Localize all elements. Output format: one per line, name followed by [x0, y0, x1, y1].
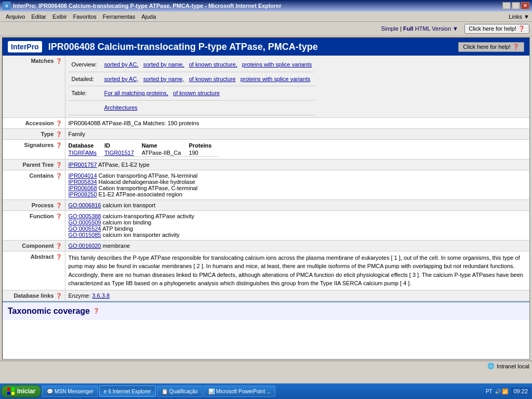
table-links: For all matching proteins, of known stru…	[101, 86, 315, 101]
architectures-link-cell: Architectures	[101, 101, 315, 115]
accession-help-icon[interactable]: ❓	[56, 121, 62, 126]
svg-rect-1	[11, 388, 15, 391]
taxonomic-title: Taxonomic coverage ❓	[8, 307, 524, 316]
abstract-content: This family describes the P-type ATPase …	[65, 251, 529, 290]
function-item-2: GO:0005524 ATP binding	[69, 225, 527, 232]
overview-known-structure[interactable]: of known structure,	[189, 61, 237, 68]
detailed-sorted-name[interactable]: sorted by name,	[143, 76, 184, 82]
overview-splice-variants[interactable]: proteins with splice variants	[242, 61, 312, 68]
ipr008250-link[interactable]: IPR008250	[69, 191, 97, 197]
go-0016020-link[interactable]: GO:0016020	[69, 243, 101, 249]
contains-content: IPR004014 Cation transporting ATPase, N-…	[65, 170, 529, 200]
html-view-link[interactable]: HTML	[415, 25, 431, 32]
table-known-structure[interactable]: of known structure	[173, 90, 220, 96]
overview-label: Overview:	[69, 58, 101, 72]
ipr004014-link[interactable]: IPR004014	[69, 172, 97, 179]
detailed-sorted-ac[interactable]: sorted by AC,	[104, 76, 138, 82]
menu-editar[interactable]: Editar	[28, 13, 49, 20]
signatures-data-row: TIGRFAMs TIGR01517 ATPase-IIB_Ca 190	[69, 149, 220, 157]
matches-help-icon[interactable]: ❓	[56, 58, 62, 64]
enzyme-link[interactable]: 3.6.3.8	[92, 292, 110, 299]
taskbar-ie-btn[interactable]: e 6 Internet Explorer	[99, 385, 156, 397]
overview-sorted-ac[interactable]: sorted by AC,	[104, 61, 138, 68]
menu-arquivo[interactable]: Arquivo	[3, 13, 28, 20]
database-links-row: Database links ❓ Enzyme: 3.6.3.8	[3, 290, 529, 301]
start-button[interactable]: Iniciar	[1, 385, 41, 397]
ipr005834-link[interactable]: IPR005834	[69, 179, 97, 185]
type-help-icon[interactable]: ❓	[56, 131, 62, 137]
go-0005524-link[interactable]: GO:0005524	[69, 225, 101, 232]
table-label: Table:	[69, 86, 101, 101]
taskbar-qual-btn[interactable]: 📋 Qualificação	[157, 385, 203, 397]
accession-row: Accession ❓ IPR006408B ATPase-IIB_Ca Mat…	[3, 117, 529, 128]
component-help-icon[interactable]: ❓	[56, 243, 62, 249]
full-view-link[interactable]: Full	[403, 25, 414, 32]
taxonomic-help-icon[interactable]: ❓	[93, 308, 99, 314]
menu-favoritos[interactable]: Favoritos	[70, 13, 100, 20]
globe-icon: 🌐	[487, 363, 495, 369]
signatures-content: Database ID Name Proteins TIGRFAMs TIGR0…	[65, 139, 529, 159]
signatures-row: Signatures ❓ Database ID Name Proteins T…	[3, 139, 529, 159]
database-links-header: Database links ❓	[3, 290, 65, 301]
system-clock: 09:22	[510, 387, 531, 395]
links-area: Links ▼	[509, 14, 529, 20]
help-icon: ❓	[518, 25, 525, 32]
taskbar-msn-btn[interactable]: 💬 MSN Messenger	[42, 385, 98, 397]
links-label: Links	[509, 14, 522, 20]
database-links-help-icon[interactable]: ❓	[56, 293, 62, 299]
menu-exibir[interactable]: Exibir	[49, 13, 70, 20]
process-help-icon[interactable]: ❓	[56, 203, 62, 208]
signatures-help-icon[interactable]: ❓	[56, 142, 62, 148]
function-item-1: GO:0005509 calcium ion binding	[69, 219, 527, 225]
go-0005388-link[interactable]: GO:0005388	[69, 213, 101, 219]
process-header: Process ❓	[3, 200, 65, 210]
signatures-table: Database ID Name Proteins TIGRFAMs TIGR0…	[69, 142, 220, 157]
accession-header: Accession ❓	[3, 117, 65, 128]
process-row: Process ❓ GO:0006816 calcium ion transpo…	[3, 200, 529, 210]
tigr01517-link[interactable]: TIGR01517	[104, 150, 134, 156]
window-controls[interactable]: _ □ ✕	[502, 2, 529, 9]
ipr006068-link[interactable]: IPR006068	[69, 185, 97, 191]
go-0005509-link[interactable]: GO:0005509	[69, 219, 101, 225]
detailed-known-structure[interactable]: of known structure	[189, 76, 236, 82]
database-links-content: Enzyme: 3.6.3.8	[65, 290, 529, 301]
process-content: GO:0006816 calcium ion transport	[65, 200, 529, 210]
links-dropdown-icon[interactable]: ▼	[524, 14, 529, 20]
svg-rect-0	[7, 388, 10, 391]
function-item-0: GO:0005388 calcium-transporting ATPase a…	[69, 213, 527, 219]
svg-rect-3	[11, 392, 15, 395]
architectures-link[interactable]: Architectures	[104, 104, 137, 111]
go-0006816-link[interactable]: GO:0006816	[69, 202, 101, 208]
simple-view-link[interactable]: Simple	[381, 25, 399, 32]
taskbar: Iniciar 💬 MSN Messenger e 6 Internet Exp…	[0, 383, 532, 399]
go-0015085-link[interactable]: GO:0015085	[69, 232, 101, 238]
menu-ferramentas[interactable]: Ferramentas	[100, 13, 138, 20]
type-value: Family	[65, 128, 529, 139]
version-link[interactable]: Version ▼	[432, 25, 458, 32]
overview-sorted-name[interactable]: sorted by name,	[143, 61, 184, 68]
parent-tree-link[interactable]: IPR001757	[69, 162, 97, 168]
type-header: Type ❓	[3, 128, 65, 139]
toolbar-view-options: Simple | Full HTML Version ▼ Click here …	[381, 24, 530, 34]
window-title: InterPro: IPR006408 Calcium-translocatin…	[13, 3, 282, 9]
help-button[interactable]: Click here for help! ❓	[464, 24, 529, 34]
function-help-icon[interactable]: ❓	[56, 214, 62, 219]
tigrfams-link[interactable]: TIGRFAMs	[69, 150, 97, 156]
type-row: Type ❓ Family	[3, 128, 529, 139]
taxonomic-coverage-section: Taxonomic coverage ❓	[3, 301, 529, 320]
detailed-splice-variants[interactable]: proteins with splice variants	[241, 76, 311, 82]
abstract-help-icon[interactable]: ❓	[56, 254, 62, 260]
restore-button[interactable]: □	[512, 2, 520, 9]
taskbar-ppt-btn[interactable]: 📊 Microsoft PowerPoint ...	[204, 385, 276, 397]
parent-tree-help-icon[interactable]: ❓	[56, 162, 62, 168]
close-button[interactable]: ✕	[521, 2, 529, 9]
contains-help-icon[interactable]: ❓	[56, 173, 62, 179]
col-id: ID	[104, 142, 142, 149]
matches-content: Overview: sorted by AC, sorted by name, …	[65, 56, 529, 117]
interpro-help-button[interactable]: Click here for help! ❓	[458, 42, 524, 52]
minimize-button[interactable]: _	[502, 2, 511, 9]
main-scroll-area[interactable]: Matches ❓ Overview: sorted by AC, sor	[3, 56, 529, 360]
app-icon: e	[3, 2, 11, 10]
menu-ajuda[interactable]: Ajuda	[138, 13, 159, 20]
table-all-proteins[interactable]: For all matching proteins,	[104, 90, 168, 96]
